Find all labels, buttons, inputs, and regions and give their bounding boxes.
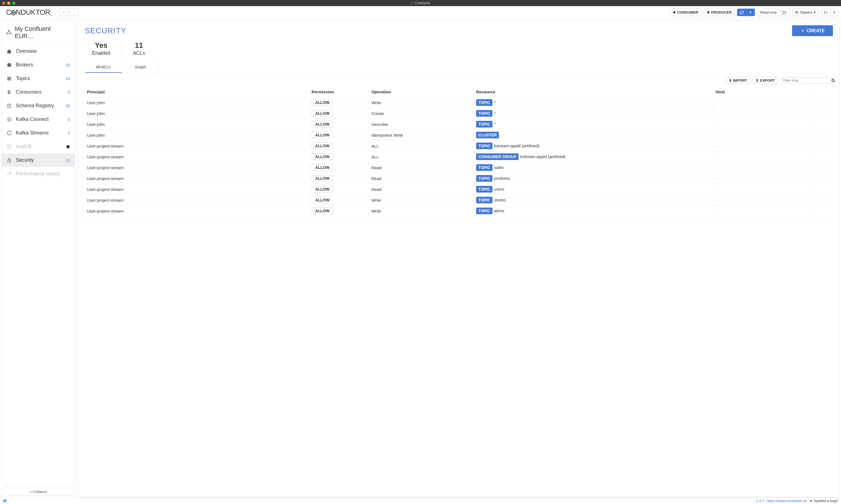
twitter-icon[interactable]: [3, 499, 7, 503]
filter-input[interactable]: [783, 78, 829, 83]
cell-operation: Describe: [369, 119, 474, 130]
svg-point-10: [8, 91, 9, 91]
options-button[interactable]: ⚙Options▾: [792, 8, 819, 16]
sidebar-item-label: Security: [16, 157, 34, 163]
svg-point-0: [8, 30, 10, 31]
sidebar-item-overview[interactable]: Overview: [2, 44, 74, 58]
chevron-down-icon: ▾: [814, 10, 816, 15]
resource-type-badge: TOPIC: [476, 186, 493, 193]
permission-badge: ALLOW: [311, 186, 333, 193]
stat-label: ACLs: [133, 50, 145, 56]
col-actions: [810, 87, 833, 97]
consumers-icon: [6, 90, 12, 95]
nav-forward-button[interactable]: →: [70, 8, 79, 16]
permission-badge: ALLOW: [311, 121, 333, 127]
resource-name: *: [494, 111, 496, 115]
sidebar-item-label: Consumers: [16, 89, 41, 95]
resource-type-badge: TOPIC: [476, 99, 493, 106]
cell-principal: User:project-stream: [85, 205, 309, 216]
sidebar-item-schema-registry[interactable]: Schema Registry52: [2, 99, 74, 112]
topics-icon: [6, 76, 12, 81]
col-permission[interactable]: Permission: [309, 87, 369, 97]
resource-type-badge: TOPIC: [476, 208, 493, 214]
tab-all-acls[interactable]: All ACLs: [85, 62, 122, 73]
table-row[interactable]: User:project-streamALLOWALLCONSUMER GROU…: [85, 151, 833, 162]
window-minimize-icon[interactable]: [7, 2, 10, 5]
sidebar-item-label: Kafka Streams: [16, 130, 49, 136]
table-row[interactable]: User:project-streamALLOWALLTOPICkstream-…: [85, 141, 833, 151]
resource-name: *: [494, 100, 496, 105]
table-row[interactable]: User:project-streamALLOWWriteTOPICstocks…: [85, 195, 833, 205]
window-title: Conduktor: [415, 1, 430, 5]
sidebar-item-consumers[interactable]: Consumers0: [2, 85, 74, 99]
col-host[interactable]: Host: [713, 87, 810, 97]
read-only-toggle[interactable]: Read-only: [757, 8, 790, 16]
resource-name: sales: [494, 165, 504, 170]
producer-button[interactable]: ✚PRODUCER: [704, 8, 735, 16]
table-row[interactable]: User:project-streamALLOWReadTOPICsales-: [85, 162, 833, 173]
svg-rect-5: [7, 78, 11, 79]
filter-input-wrap[interactable]: [780, 77, 833, 84]
cell-principal: User:john: [85, 108, 309, 119]
window-zoom-icon[interactable]: [12, 2, 15, 5]
table-row[interactable]: User:project-streamALLOWReadTOPICusers-: [85, 184, 833, 195]
cell-host: -: [713, 151, 810, 162]
resource-name: kstream-appid (prefixed): [520, 154, 566, 159]
exit-dropdown-button[interactable]: ▾: [830, 8, 839, 16]
create-button[interactable]: ＋CREATE: [792, 25, 833, 36]
nav-back-button[interactable]: ←: [59, 8, 68, 16]
exit-button[interactable]: [821, 8, 830, 16]
col-resource[interactable]: Resource: [474, 87, 713, 97]
resource-type-badge: CLUSTER: [476, 132, 499, 138]
table-row[interactable]: User:johnALLOWDescribeTOPIC*-: [85, 119, 833, 130]
cell-resource: TOPICkstream-appid (prefixed): [474, 141, 713, 151]
refresh-dropdown-button[interactable]: ▾: [747, 8, 755, 16]
kafka-streams-icon: [6, 130, 12, 136]
table-row[interactable]: User:johnALLOWWriteTOPIC*-: [85, 97, 833, 108]
cell-permission: ALLOW: [309, 151, 369, 162]
permission-badge: ALLOW: [311, 110, 333, 117]
consumer-button[interactable]: ✚CONSUMER: [670, 8, 701, 16]
app-ring-icon: [411, 2, 413, 4]
table-row[interactable]: User:project-streamALLOWWriteTOPICalerts…: [85, 205, 833, 216]
export-button[interactable]: ⬆EXPORT: [753, 77, 778, 84]
cell-host: -: [713, 97, 810, 108]
bug-link[interactable]: ➤Spotted a bug?: [810, 499, 838, 503]
cluster-selector[interactable]: My Confluent EUR…: [2, 21, 74, 44]
sidebar-item-security[interactable]: Security11: [2, 154, 74, 167]
website-link[interactable]: https://www.conduktor.io/: [767, 499, 807, 503]
resource-name: *: [494, 122, 496, 126]
collapse-button[interactable]: « Collapse: [2, 488, 75, 496]
sidebar-item-brokers[interactable]: Brokers10: [2, 58, 74, 72]
svg-rect-6: [7, 79, 11, 80]
sidebar-item-ksqldb[interactable]: ksqlDB?: [2, 140, 74, 154]
cell-host: -: [713, 130, 810, 141]
svg-point-2: [10, 33, 12, 34]
resource-name: alerts: [494, 209, 504, 213]
resource-type-badge: TOPIC: [476, 143, 493, 149]
permission-badge: ALLOW: [311, 99, 333, 106]
tab-graph[interactable]: Graph: [122, 62, 159, 73]
sidebar-item-label: Performance (soon): [16, 171, 60, 177]
table-row[interactable]: User:project-streamALLOWReadTOPICproduct…: [85, 173, 833, 184]
refresh-button[interactable]: [737, 8, 747, 16]
sidebar-item-topics[interactable]: Topics19: [2, 72, 74, 85]
app-logo: CNDUKTOR₀: [2, 8, 55, 17]
cell-principal: User:project-stream: [85, 141, 309, 151]
sidebar-item-badge: 0: [68, 117, 70, 122]
col-principal[interactable]: Principal: [85, 87, 309, 97]
table-row[interactable]: User:johnALLOWIdempotent WriteCLUSTER-: [85, 130, 833, 141]
cell-action: [810, 184, 833, 195]
permission-badge: ALLOW: [311, 208, 333, 214]
sidebar-item-kafka-connect[interactable]: Kafka Connect0: [2, 112, 74, 126]
cell-host: -: [713, 162, 810, 173]
schema-registry-icon: [6, 103, 12, 108]
resource-name: stocks: [494, 198, 506, 202]
stat-block: 11ACLs: [122, 41, 156, 56]
window-close-icon[interactable]: [2, 2, 5, 5]
import-button[interactable]: ⬇IMPORT: [726, 77, 750, 84]
sidebar-item-kafka-streams[interactable]: Kafka Streams1: [2, 126, 74, 140]
plus-icon: ＋: [801, 28, 805, 34]
col-operation[interactable]: Operation: [369, 87, 474, 97]
table-row[interactable]: User:johnALLOWCreateTOPIC*-: [85, 108, 833, 119]
